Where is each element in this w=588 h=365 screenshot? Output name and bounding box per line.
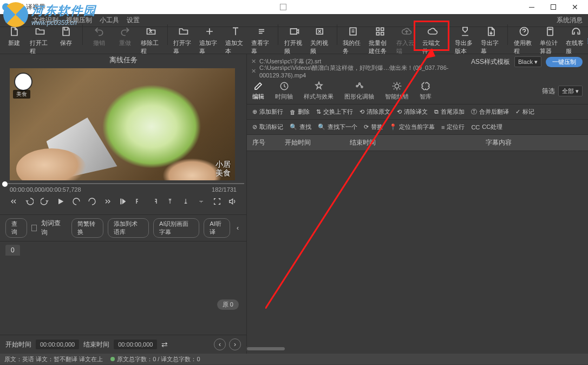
offline-tasks-title: 离线任务 — [0, 54, 246, 66]
filter-label: 筛选 — [542, 87, 555, 96]
swap-time-icon[interactable]: ⇄ — [161, 340, 168, 349]
swap-rows-button[interactable]: ⇅ 交换上下行 — [316, 108, 353, 116]
subtitle-tab-0[interactable]: 0 — [5, 245, 20, 256]
status-lang-info: 原文：英语 译文：暂不翻译 译文在上 — [4, 355, 103, 363]
volume-icon[interactable] — [227, 196, 238, 207]
simp-trad-button[interactable]: 简繁转换 — [71, 218, 103, 238]
range-b-icon[interactable] — [149, 196, 160, 207]
ai-listen-button[interactable]: AI听译 — [204, 218, 230, 238]
open-subtitle-button[interactable]: 打开字幕 — [173, 24, 194, 56]
tab-style-effect[interactable]: 样式与效果 — [304, 81, 334, 101]
close-file1-icon[interactable]: ✕ — [251, 58, 256, 65]
goto-next-icon[interactable]: ⤓ — [180, 196, 191, 207]
export-subtitle-button[interactable]: 导出字幕 — [480, 24, 502, 56]
end-time-input[interactable]: 00:00:00,000 — [114, 340, 157, 349]
col-end-time[interactable]: 结束时间 — [350, 138, 415, 147]
prev-subtitle-button[interactable]: ‹ — [214, 338, 226, 350]
locate-line-button[interactable]: ≡ 定位行 — [441, 123, 465, 131]
cloud-files-button[interactable]: 云端文件 — [422, 24, 443, 56]
close-button[interactable]: ✕ — [564, 1, 586, 14]
open-video-button[interactable]: 打开视频 — [284, 24, 305, 56]
col-index[interactable]: 序号 — [252, 138, 285, 147]
save-button[interactable]: 保存 — [55, 24, 77, 48]
system-message-link[interactable]: 系统消息 — [557, 16, 583, 25]
replay-icon[interactable] — [40, 196, 50, 207]
clear-original-button[interactable]: ⟲ 清除原文 — [360, 108, 390, 116]
tab-edit[interactable]: 编辑 — [252, 81, 264, 101]
col-content[interactable]: 字幕内容 — [415, 138, 583, 147]
new-button[interactable]: 新建 — [3, 24, 25, 48]
goto-prev-icon[interactable]: ⤒ — [165, 196, 175, 207]
my-tasks-button[interactable]: 我的任务 — [342, 24, 364, 56]
maximize-button[interactable] — [543, 1, 564, 14]
tab-timeline[interactable]: 时间轴 — [275, 81, 293, 101]
svg-rect-9 — [548, 29, 552, 30]
status-dot-icon — [110, 357, 115, 361]
more-tools-icon[interactable]: ‹ — [234, 224, 241, 232]
append-subtitle-button[interactable]: 追加字幕 — [199, 24, 220, 56]
add-row-button[interactable]: ⊕ 添加新行 — [252, 108, 283, 116]
mark-button[interactable]: ✓ 标记 — [515, 108, 534, 116]
view-subtitle-button[interactable]: 查看字幕 — [251, 24, 272, 56]
next-subtitle-button[interactable]: › — [229, 338, 241, 350]
subtitle-table-body[interactable] — [247, 151, 588, 354]
svg-point-17 — [356, 86, 358, 87]
video-preview[interactable]: 美食 小居美食 — [10, 68, 235, 180]
filter-select[interactable]: 全部 ▾ — [558, 86, 583, 96]
file-tab-2[interactable]: C:\Users\pc\Videos\醋溜白菜这样做，好吃到爆…做出来！(00_… — [259, 64, 461, 79]
rewind-icon[interactable] — [24, 196, 35, 207]
tab-knowledge[interactable]: 智库 — [420, 81, 432, 101]
close-file2-icon[interactable]: ✕ — [251, 68, 256, 75]
close-video-button[interactable]: 关闭视频 — [310, 24, 331, 56]
menu-tools[interactable]: 小工具 — [100, 16, 119, 25]
find-button[interactable]: 🔍 查找 — [290, 123, 311, 131]
find-next-button[interactable]: 🔍 查找下一个 — [318, 123, 357, 131]
add-head-tail-button[interactable]: ⧉ 首尾添加 — [434, 108, 465, 116]
append-text-button[interactable]: 追加文本 — [225, 24, 246, 56]
play-button[interactable] — [56, 196, 66, 207]
add-glossary-button[interactable]: 添加到术语库 — [108, 218, 149, 238]
fullscreen-icon[interactable] — [212, 196, 222, 207]
col-start-time[interactable]: 开始时间 — [285, 138, 350, 147]
unmark-button[interactable]: ⊘ 取消标记 — [252, 123, 283, 131]
replace-button[interactable]: ⟳ 替换 — [364, 123, 383, 131]
skip-end-icon[interactable] — [102, 196, 113, 207]
mark-start-icon[interactable] — [118, 196, 128, 207]
minimize-button[interactable] — [521, 1, 543, 14]
menu-settings[interactable]: 设置 — [127, 16, 140, 25]
support-button[interactable]: 在线客服 — [565, 24, 587, 56]
svg-rect-3 — [376, 28, 379, 30]
horizontal-scrollbar[interactable] — [245, 347, 588, 351]
tab-graphic-adjust[interactable]: 图形化调轴 — [344, 81, 374, 101]
forward-icon[interactable] — [71, 196, 81, 207]
clear-translation-button[interactable]: ⟲ 清除译文 — [397, 108, 428, 116]
redo-button[interactable]: 重做 — [114, 24, 136, 48]
help-button[interactable]: 使用教程 — [513, 24, 535, 56]
lookup-button[interactable]: 查询 — [5, 218, 27, 238]
range-a-icon[interactable] — [134, 196, 144, 207]
undo-button[interactable]: 撤销 — [88, 24, 110, 48]
delete-row-button[interactable]: 🗑 删除 — [290, 108, 310, 116]
graph-icon — [355, 81, 364, 91]
tab-smart-correct[interactable]: 智能纠错 — [385, 81, 409, 101]
open-project-button[interactable]: 打开工程 — [29, 24, 51, 56]
ai-ocr-button[interactable]: AI识别画面字幕 — [153, 218, 199, 238]
export-multi-button[interactable]: 导出多版本 — [454, 24, 476, 56]
skip-back-icon[interactable] — [9, 196, 19, 207]
locate-current-button[interactable]: 📍 定位当前字幕 — [389, 123, 435, 131]
watermark-title: 河东软件园 — [31, 3, 96, 19]
undo-icon — [93, 25, 105, 37]
ass-template-select[interactable]: Black ▾ — [514, 56, 541, 67]
calculator-button[interactable]: 单位计算器 — [539, 24, 561, 56]
start-time-input[interactable]: 00:00:00,000 — [36, 340, 79, 349]
batch-create-button[interactable]: 批量创建任务 — [368, 24, 391, 56]
word-lookup-checkbox[interactable] — [31, 225, 37, 231]
one-key-compress-button[interactable]: 一键压制 — [546, 57, 583, 67]
save-cloud-button[interactable]: 存入云端 — [396, 24, 417, 56]
subtitle-editor[interactable] — [5, 256, 241, 321]
merge-translate-button[interactable]: Ⓣ 合并后翻译 — [471, 108, 509, 116]
remove-project-button[interactable]: 移除工程 — [140, 24, 162, 56]
split-icon[interactable]: ⫟ — [196, 196, 206, 207]
fast-forward-icon[interactable] — [87, 196, 97, 207]
cc-process-button[interactable]: CC CC处理 — [471, 123, 502, 131]
